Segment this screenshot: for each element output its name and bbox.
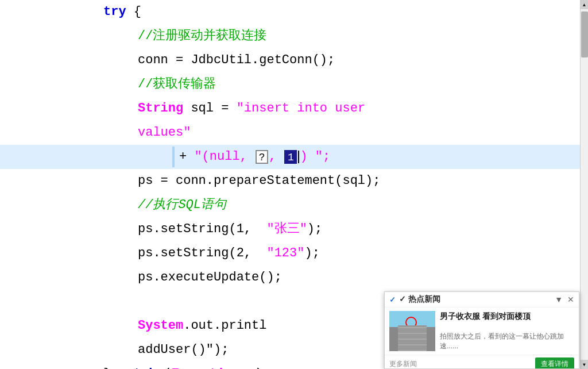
news-header-left: ✓ ✓ 热点新闻 <box>389 294 440 305</box>
code-line-comment2: //获取传输器 <box>0 72 580 97</box>
keyword-catch: catch <box>118 362 156 369</box>
semi-2: ); <box>304 241 319 266</box>
code-line-comment1: //注册驱动并获取连接 <box>0 24 580 48</box>
conn-stmt: conn = JdbcUtil.getConn(); <box>138 48 335 72</box>
news-more-label: 更多新闻 <box>389 359 417 369</box>
semi-1: ); <box>307 217 322 241</box>
news-minimize-button[interactable]: ▼ <box>555 295 563 304</box>
blank-space <box>138 290 145 314</box>
type-string: String <box>138 97 183 121</box>
brace-close: } <box>103 362 118 369</box>
catch-params: ( <box>156 362 171 369</box>
exec-update: ps.executeUpdate(); <box>138 266 282 290</box>
set-str-2: ps.setString(2, <box>138 241 266 266</box>
sysout-dot: .out.printl <box>183 314 266 338</box>
var-sql: sql = <box>183 97 236 121</box>
ps-stmt: ps = conn.prepareStatement(sql); <box>138 169 380 193</box>
string-val2: values" <box>138 121 191 145</box>
comment-2: //获取传输器 <box>138 72 216 97</box>
brace-open: { <box>126 0 141 24</box>
adduser-end: ); <box>214 338 229 362</box>
exception-type: Exception <box>172 362 240 369</box>
news-title: ✓ 热点新闻 <box>399 294 440 305</box>
system-keyword: System <box>138 314 183 338</box>
scrollbar-up-arrow[interactable]: ▲ <box>581 0 589 9</box>
comment-1: //注册驱动并获取连接 <box>138 24 266 48</box>
news-detail-button[interactable]: 查看详情 <box>535 358 574 369</box>
news-text-area: 男子收衣服 看到对面楼顶 拍照放大之后，看到的这一幕让他心跳加速...... <box>440 311 574 351</box>
string-comma: , <box>269 145 284 169</box>
news-desc: 拍照放大之后，看到的这一幕让他心跳加速...... <box>440 332 574 351</box>
news-popup: ✓ ✓ 热点新闻 ▼ ✕ 男子收衣服 看到对面楼顶 拍照放大之后，看到的这一幕让… <box>384 291 579 369</box>
news-image <box>389 311 435 351</box>
adduser-stmt: addUser()" <box>138 338 214 362</box>
string-end: ) "; <box>300 145 330 169</box>
scrollbar: ▲ ▼ <box>580 0 588 369</box>
news-body: 男子收衣服 看到对面楼顶 拍照放大之后，看到的这一幕让他心跳加速...... <box>385 308 579 355</box>
str-123: "123" <box>266 241 304 266</box>
set-str-1: ps.setString(1, <box>138 217 266 241</box>
catch-var: e) <box>240 362 263 369</box>
news-popup-header: ✓ ✓ 热点新闻 ▼ ✕ <box>385 292 579 308</box>
plus-op: + <box>179 145 194 169</box>
news-logo: ✓ <box>389 295 396 304</box>
keyword-try: try <box>103 0 126 24</box>
code-line-string1: String sql = "insert into user <box>0 97 580 121</box>
news-footer: 更多新闻 查看详情 <box>385 355 579 369</box>
str-zhangsan: "张三" <box>266 217 307 241</box>
code-editor: try { //注册驱动并获取连接 conn = JdbcUtil.getCon… <box>0 0 588 369</box>
red-circle-marker <box>405 317 417 328</box>
code-line-setstr1: ps.setString(1, "张三" ); <box>0 217 580 241</box>
code-line-string2: values" <box>0 121 580 145</box>
qmark1: ? <box>256 150 268 164</box>
qmark2: 1 <box>284 150 297 164</box>
string-val3: "(null, <box>194 145 255 169</box>
news-close-button[interactable]: ✕ <box>567 295 574 304</box>
news-headline: 男子收衣服 看到对面楼顶 <box>440 311 574 322</box>
string-val1: "insert into user <box>237 97 365 121</box>
code-line-conn: conn = JdbcUtil.getConn(); <box>0 48 580 72</box>
comment-3: //执行SQL语句 <box>138 193 226 217</box>
code-line-string3: + "(null, ? , 1 ) "; <box>0 145 580 169</box>
news-header-right: ▼ ✕ <box>555 295 574 304</box>
building-image <box>389 311 435 351</box>
code-line-exec: ps.executeUpdate(); <box>0 266 580 290</box>
code-line-ps: ps = conn.prepareStatement(sql); <box>0 169 580 193</box>
text-cursor <box>298 151 299 163</box>
code-line-setstr2: ps.setString(2, "123" ); <box>0 241 580 266</box>
code-line-try: try { <box>0 0 580 24</box>
code-line-comment3: //执行SQL语句 <box>0 193 580 217</box>
scrollbar-thumb[interactable] <box>581 11 588 57</box>
scrollbar-down-arrow[interactable]: ▼ <box>581 360 589 369</box>
